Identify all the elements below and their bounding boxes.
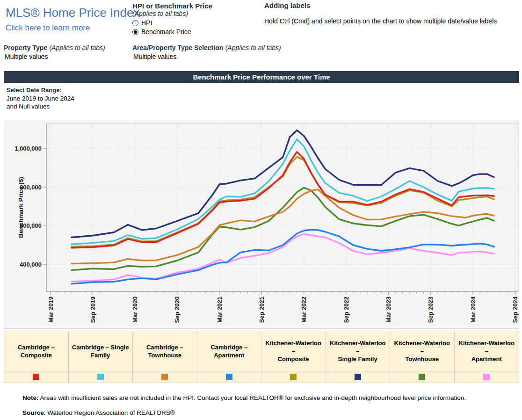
- legend-entry-kitchener-waterloo-townhouse[interactable]: Kitchener-Waterloo – Townhouse: [390, 331, 455, 371]
- radio-option-hpi[interactable]: HPI: [132, 19, 259, 27]
- legend-entry-kitchener-waterloo-composite[interactable]: Kitchener-Waterloo – Composite: [261, 331, 326, 371]
- area-selection-label: Area/Property Type Selection: [132, 44, 223, 51]
- x-tick-label: Sep 2022: [343, 297, 350, 323]
- date-range-block: Select Date Range: June 2019 to June 202…: [7, 87, 74, 110]
- date-range-label: Select Date Range:: [7, 87, 74, 94]
- section-title: Benchmark Price Performance over Time: [193, 73, 330, 81]
- x-tick-label: Sep 2020: [174, 297, 181, 323]
- property-type-value[interactable]: Multiple values: [4, 53, 130, 60]
- page-title: MLS® Home Price Index: [6, 6, 139, 20]
- adding-labels-block: Adding labels Hold Ctrl (Cmd) and select…: [264, 1, 519, 25]
- section-title-bar: Benchmark Price Performance over Time: [4, 71, 519, 83]
- hpi-radio-group: HPIBenchmark Price: [132, 19, 259, 36]
- legend-color-swatch[interactable]: [355, 374, 361, 380]
- adding-labels-instruction: Hold Ctrl (Cmd) and select points on the…: [264, 17, 519, 25]
- benchmark-price-chart[interactable]: 400,000600,000800,0001,000,000Mar 2019Se…: [4, 121, 519, 329]
- x-tick-label: Mar 2022: [300, 297, 307, 323]
- legend-color-swatch[interactable]: [97, 374, 104, 380]
- radio-unselected-icon[interactable]: [132, 20, 138, 26]
- legend-entry-kitchener-waterloo-apartment[interactable]: Kitchener-Waterloo – Apartment: [455, 331, 519, 371]
- legend-swatch-cell[interactable]: [69, 371, 133, 383]
- legend-swatch-cell[interactable]: [133, 371, 197, 383]
- legend-entry-cambridge-single-family[interactable]: Cambridge – Single Family: [69, 331, 133, 371]
- legend-color-swatch[interactable]: [226, 374, 232, 380]
- area-property-type-filter: Area/Property Type Selection (Applies to…: [132, 43, 319, 60]
- legend-color-swatch[interactable]: [483, 374, 490, 380]
- hpi-control-note: (Applies to all tabs): [132, 10, 259, 17]
- legend-swatch-row: [4, 371, 519, 383]
- radio-label: Benchmark Price: [141, 28, 191, 36]
- source-text: : Waterloo Region Association of REALTOR…: [44, 409, 175, 416]
- radio-selected-icon[interactable]: [132, 29, 138, 35]
- x-tick-label: Mar 2021: [216, 297, 223, 323]
- radio-label: HPI: [141, 19, 152, 27]
- footnote-text: Areas with insufficient sales are not in…: [39, 394, 466, 401]
- date-range-value: June 2019 to June 2024 and Null values: [7, 94, 74, 110]
- property-type-label: Property Type: [4, 44, 47, 51]
- source-label: Source: [22, 409, 44, 416]
- legend-swatch-cell[interactable]: [4, 371, 69, 383]
- legend-entry-cambridge-apartment[interactable]: Cambridge – Apartment: [197, 331, 262, 371]
- adding-labels-title: Adding labels: [264, 1, 519, 9]
- x-tick-label: Mar 2020: [131, 297, 138, 323]
- legend-swatch-cell[interactable]: [197, 371, 262, 383]
- legend-swatch-cell[interactable]: [326, 371, 391, 383]
- chart-canvas[interactable]: 400,000600,000800,0001,000,000Mar 2019Se…: [4, 121, 519, 328]
- mls-hpi-dashboard: MLS® Home Price Index Click here to lear…: [0, 0, 522, 420]
- legend-entry-cambridge-townhouse[interactable]: Cambridge – Townhouse: [133, 331, 197, 371]
- x-tick-label: Mar 2019: [47, 297, 54, 323]
- legend-color-swatch[interactable]: [290, 374, 297, 380]
- legend-label-row: Cambridge – CompositeCambridge – Single …: [4, 331, 519, 371]
- legend-entry-cambridge-composite[interactable]: Cambridge – Composite: [4, 331, 69, 371]
- legend-color-swatch[interactable]: [161, 374, 168, 380]
- legend-swatch-cell[interactable]: [261, 371, 326, 383]
- y-tick-label: 400,000: [20, 261, 42, 268]
- x-tick-label: Sep 2019: [89, 297, 96, 323]
- property-type-note: (Applies to all tabs): [50, 44, 105, 51]
- learn-more-link[interactable]: Click here to learn more: [6, 23, 90, 33]
- y-axis-title: Benchmark Price ($): [17, 177, 24, 238]
- x-tick-label: Mar 2024: [470, 296, 477, 322]
- legend-color-swatch[interactable]: [33, 374, 39, 380]
- area-selection-value[interactable]: Multiple values: [132, 53, 319, 60]
- x-tick-label: Sep 2024: [512, 296, 519, 323]
- area-selection-note: (Applies to all tabs): [225, 44, 281, 51]
- footnote-label: Note:: [22, 394, 39, 401]
- legend-swatch-cell[interactable]: [390, 371, 455, 383]
- legend-entry-kitchener-waterloo-single-family[interactable]: Kitchener-Waterloo – Single Family: [326, 331, 391, 371]
- chart-legend: Cambridge – CompositeCambridge – Single …: [4, 331, 519, 383]
- hpi-benchmark-control: HPI or Benchmark Price (Applies to all t…: [132, 2, 259, 36]
- radio-option-benchmark-price[interactable]: Benchmark Price: [132, 28, 259, 36]
- source-note: Source: Waterloo Region Association of R…: [22, 409, 175, 416]
- legend-color-swatch[interactable]: [419, 374, 425, 380]
- footnote: Note: Areas with insufficient sales are …: [22, 394, 509, 401]
- legend-swatch-cell[interactable]: [455, 371, 519, 383]
- property-type-filter: Property Type (Applies to all tabs) Mult…: [4, 43, 130, 60]
- y-tick-label: 1,000,000: [14, 145, 42, 152]
- x-tick-label: Sep 2023: [427, 297, 434, 323]
- x-tick-label: Mar 2023: [385, 297, 392, 323]
- x-tick-label: Sep 2021: [258, 297, 265, 323]
- hpi-control-label: HPI or Benchmark Price: [132, 2, 259, 10]
